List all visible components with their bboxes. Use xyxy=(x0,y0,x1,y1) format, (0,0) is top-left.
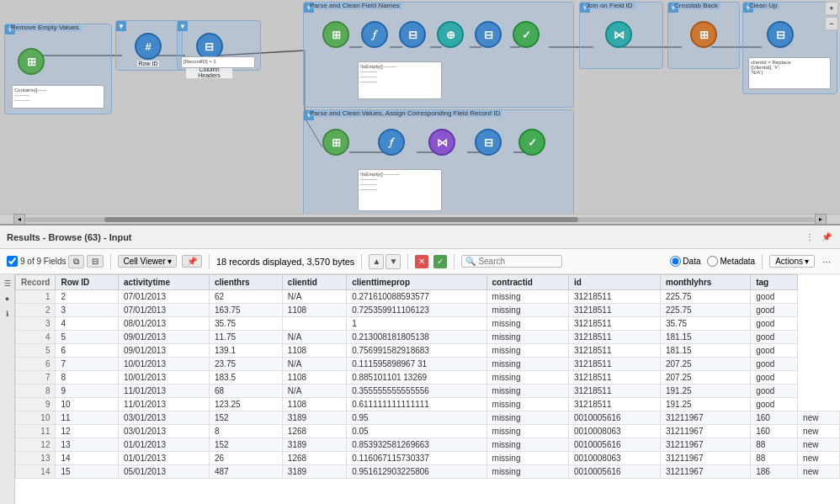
results-pin-icon[interactable]: 📌 xyxy=(820,231,833,244)
table-cell: missing xyxy=(486,398,568,411)
table-cell: 31218511 xyxy=(568,398,660,411)
sidebar-icon-info[interactable]: ℹ xyxy=(2,308,13,320)
sidebar-icon-dot[interactable]: ● xyxy=(2,293,13,305)
col-header-monthlyhrs: monthlyhrs xyxy=(660,275,750,290)
sep5 xyxy=(454,254,455,269)
sep3 xyxy=(361,254,362,269)
node-row-id[interactable]: # Row ID xyxy=(135,33,162,66)
table-cell: 183.5 xyxy=(210,371,283,385)
scroll-left-btn[interactable]: ◂ xyxy=(13,214,25,225)
table-cell: 1108 xyxy=(282,344,346,358)
node-icon-p1: ⊞ xyxy=(322,21,349,48)
table-cell: 0.611111111111111 xyxy=(347,398,486,411)
table-cell: 07/01/2013 xyxy=(118,290,209,304)
group-toggle-sep-col[interactable]: ▼ xyxy=(178,21,188,31)
table-cell: N/A xyxy=(282,385,346,398)
col-header-tag: tag xyxy=(751,275,798,290)
table-cell: missing xyxy=(486,358,568,371)
group-title-cleanup: Clean Up xyxy=(747,2,779,9)
node-v1[interactable]: ⊞ xyxy=(322,129,349,156)
node-remove-empty[interactable]: ⊞ xyxy=(18,48,45,75)
table-cell: 4 xyxy=(16,331,56,344)
table-row: 7810/01/2013183.511080.885101101 13269mi… xyxy=(16,371,840,385)
node-v3[interactable]: ⋈ xyxy=(428,129,455,156)
table-cell: good xyxy=(751,358,798,371)
node-v5[interactable]: ✓ xyxy=(518,129,545,156)
pin-btn[interactable]: 📌 xyxy=(182,255,202,268)
node-icon-crosstab: ⊞ xyxy=(690,21,717,48)
fields-copy-btn[interactable]: ⧉ xyxy=(68,255,84,268)
results-panel: Results - Browse (63) - Input ⋮ 📌 9 of 9… xyxy=(0,225,840,504)
table-row: 2307/01/2013163.7511080.725359911106123m… xyxy=(16,304,840,317)
results-menu-icon[interactable]: ⋮ xyxy=(803,231,816,244)
table-cell: 68 xyxy=(210,385,283,398)
data-table-container[interactable]: Record Row ID activitytime clienthrs cli… xyxy=(15,274,840,504)
group-title-crosstab: Crosstab Back xyxy=(672,2,720,9)
table-cell: 207.25 xyxy=(660,358,750,371)
table-row: 8911/01/201368N/A0.355555555555556missin… xyxy=(16,385,840,398)
node-p6[interactable]: ✓ xyxy=(513,21,540,48)
node-p1[interactable]: ⊞ xyxy=(322,21,349,48)
node-join[interactable]: ⋈ xyxy=(605,21,632,48)
node-v4[interactable]: ⊟ xyxy=(475,129,502,156)
actions-btn[interactable]: Actions ▾ xyxy=(769,255,815,268)
radio-data-input[interactable] xyxy=(670,256,681,267)
scroll-thumb[interactable] xyxy=(104,217,578,222)
canvas-zoom-in[interactable]: + xyxy=(825,2,838,15)
node-crosstab[interactable]: ⊞ xyxy=(690,21,717,48)
dots-menu-btn[interactable]: ··· xyxy=(820,256,833,268)
radio-metadata-input[interactable] xyxy=(707,256,718,267)
table-cell: 88 xyxy=(751,452,798,465)
search-input[interactable] xyxy=(478,257,554,266)
group-toggle-row-id[interactable]: ▼ xyxy=(116,21,126,31)
col-header-clientid: clientid xyxy=(282,275,346,290)
table-cell: 31211967 xyxy=(660,438,750,452)
sep1 xyxy=(110,254,111,269)
table-cell: missing xyxy=(486,344,568,358)
node-sep-col[interactable]: ⊟ Separate Column Headers xyxy=(186,33,232,78)
table-cell: 0.05 xyxy=(347,425,486,438)
cell-viewer-btn[interactable]: Cell Viewer ▾ xyxy=(118,255,176,268)
table-cell: 23.75 xyxy=(210,358,283,371)
node-icon-p3: ⊟ xyxy=(399,21,426,48)
confirm-btn[interactable]: ✓ xyxy=(433,255,447,268)
clear-btn[interactable]: ✕ xyxy=(415,255,428,268)
mini-text-contains: Contains([------------------------ xyxy=(12,85,104,109)
node-p2[interactable]: 𝑓 xyxy=(361,21,388,48)
table-cell: good xyxy=(751,344,798,358)
sep-col-formula: [RecordID] = 1 xyxy=(181,56,255,68)
fields-config-btn[interactable]: ⊟ xyxy=(87,255,104,268)
table-cell: 160 xyxy=(751,425,798,438)
table-cell: 139.1 xyxy=(210,344,283,358)
sidebar-icon-list[interactable]: ☰ xyxy=(2,278,13,289)
table-cell: 0.355555555555556 xyxy=(347,385,486,398)
fields-checkbox[interactable] xyxy=(7,256,18,267)
table-cell: missing xyxy=(486,317,568,331)
table-cell: missing xyxy=(486,438,568,452)
radio-metadata[interactable]: Metadata xyxy=(707,256,755,267)
radio-data[interactable]: Data xyxy=(670,256,700,267)
nav-arrows: ▲ ▼ xyxy=(369,254,401,269)
node-p4[interactable]: ⊕ xyxy=(437,21,464,48)
table-cell: 0.951612903225806 xyxy=(347,465,486,479)
canvas-zoom-out[interactable]: − xyxy=(825,17,838,30)
table-cell: 31218511 xyxy=(568,331,660,344)
nav-up-btn[interactable]: ▲ xyxy=(369,254,384,269)
scroll-right-btn[interactable]: ▸ xyxy=(815,214,827,225)
node-cleanup[interactable]: ⊟ xyxy=(767,21,794,48)
table-cell: 15 xyxy=(56,465,118,479)
cleanup-formula: clientid = Replace([clientid], '#','N/A'… xyxy=(748,57,831,89)
table-cell: 163.75 xyxy=(210,304,283,317)
scroll-track[interactable] xyxy=(25,217,815,222)
node-p5[interactable]: ⊟ xyxy=(475,21,502,48)
table-cell: 11 xyxy=(16,425,56,438)
node-icon-v4: ⊟ xyxy=(475,129,502,156)
nav-down-btn[interactable]: ▼ xyxy=(385,254,401,269)
group-parse-clean-values: ▼ Parse and Clean Values, Assign Corresp… xyxy=(303,109,574,219)
table-row: 121301/01/201315231890.853932581269663mi… xyxy=(16,438,840,452)
node-p3[interactable]: ⊟ xyxy=(399,21,426,48)
results-title: Results - Browse (63) - Input xyxy=(7,232,132,242)
node-v2[interactable]: 𝑓 xyxy=(378,129,405,156)
table-cell: N/A xyxy=(282,358,346,371)
table-cell: missing xyxy=(486,425,568,438)
